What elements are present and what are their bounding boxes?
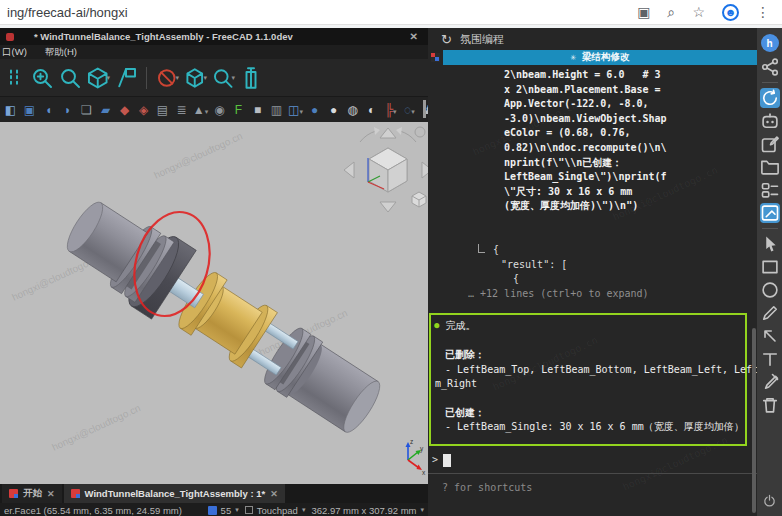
session-titlebar[interactable]: ✳ 梁结构修改 [428, 50, 757, 65]
part-fillet-icon[interactable]: ◖ [40, 104, 57, 116]
tool-code-block: 2\nbeam.Height = 6.0 # 3x 2\nbeam.Placem… [428, 68, 757, 214]
browser-profile-avatar[interactable]: ☻ [722, 4, 739, 21]
vibe-coding-icon[interactable] [760, 88, 780, 108]
freecad-logo-icon [71, 489, 80, 498]
measure-icon[interactable] [239, 66, 263, 90]
ellipse-tool-icon[interactable] [760, 280, 780, 300]
ai-assistant-icon[interactable] [760, 111, 780, 131]
part-extrude-icon[interactable]: ▲▾ [192, 104, 209, 116]
edit-note-icon[interactable] [760, 134, 780, 154]
part-export-icon[interactable]: F [230, 104, 247, 116]
clipping-off-icon[interactable]: ▾ [155, 66, 179, 90]
zoom-selection-icon[interactable] [58, 66, 82, 90]
toolbar-overflow-handle[interactable] [423, 100, 426, 118]
part-chamfer-icon[interactable]: ◗ [59, 104, 76, 116]
document-tabbar: 开始 ✕ WindTunnelBalance_TightAssembly : 1… [0, 484, 428, 503]
deleted-items: - LeftBeam_Top, LeftBeam_Bottom, LeftBea… [445, 363, 739, 378]
assembly-model: z y x [0, 122, 428, 484]
created-items: - LeftBeam_Single: 30 x 16 x 6 mm（宽度、厚度均… [445, 420, 739, 435]
navigation-cube [344, 127, 428, 212]
divider [428, 473, 757, 474]
part-box-selection-icon[interactable]: ▣ [21, 104, 38, 116]
color-picker-icon[interactable] [760, 372, 780, 392]
freecad-window: * WindTunnelBalance_TightAssembly - Free… [0, 28, 428, 516]
toolbar-grip[interactable] [2, 66, 26, 90]
menu-help[interactable]: 帮助(H) [45, 46, 77, 59]
close-tab-icon[interactable]: ✕ [47, 489, 55, 499]
close-tab-icon[interactable]: ✕ [270, 489, 278, 499]
navigation-style-selector[interactable]: Touchpad▾ [245, 505, 306, 516]
freecad-taskbar-icon [431, 53, 440, 62]
menu-window[interactable]: 口(W) [2, 46, 27, 59]
zoom-icon[interactable]: ⌕ [668, 5, 676, 19]
zoom-tools-icon[interactable]: ▾ [211, 66, 235, 90]
navstyle-icon [245, 506, 253, 514]
annotate-screen-icon[interactable] [760, 203, 780, 223]
part-revolve-icon[interactable]: ◉ [211, 104, 228, 116]
freecad-menubar: 口(W) 帮助(H) [0, 45, 428, 59]
decimals-selector[interactable]: 55▾ [208, 505, 239, 516]
tool-result-block: { "result": [ { … +12 lines (ctrl+o to e… [428, 243, 757, 301]
part-section-icon[interactable]: ▤ [154, 104, 171, 116]
freecad-titlebar[interactable]: * WindTunnelBalance_TightAssembly - Free… [0, 28, 428, 45]
axis-indicator: z y x [406, 438, 427, 476]
done-text: 完成。 [446, 319, 476, 334]
freecad-logo-icon [9, 489, 18, 498]
part-transform-icon[interactable]: ◫▾ [287, 104, 304, 116]
freecad-view-toolbar: ▾▾▾▾ [0, 59, 428, 97]
tab-start[interactable]: 开始 ✕ [2, 484, 62, 503]
isometric-view-icon[interactable]: ▾ [86, 66, 110, 90]
part-select-icon[interactable]: ◧ [2, 104, 19, 116]
panel-app-label: 氛围编程 [460, 32, 504, 47]
part-compound-icon[interactable]: ▥ [268, 104, 285, 116]
user-avatar[interactable]: h [761, 34, 779, 52]
part-box-icon[interactable]: ■ [249, 104, 266, 116]
freecad-app-icon [6, 33, 14, 41]
part-union-icon[interactable]: ◆ [116, 104, 133, 116]
pointer-tool-icon[interactable] [760, 234, 780, 254]
deleted-heading: 已删除： [445, 348, 739, 363]
view-dimensions[interactable]: 362.97 mm x 307.92 mm▾ [311, 505, 424, 516]
session-title: ✳ 梁结构修改 [443, 50, 757, 65]
part-tube-icon[interactable]: ╠▾ [382, 104, 399, 116]
expand-hint[interactable]: … +12 lines (ctrl+o to expand) [468, 287, 757, 302]
text-cursor [443, 454, 451, 467]
tab-document[interactable]: WindTunnelBalance_TightAssembly : 1* ✕ [64, 484, 285, 503]
part-sphere-icon[interactable]: ● [325, 104, 342, 116]
pen-tool-icon[interactable] [760, 303, 780, 323]
view-fit-icon[interactable] [30, 66, 54, 90]
part-cut-icon[interactable]: ◈ [135, 104, 152, 116]
share-icon[interactable] [760, 57, 780, 77]
text-tool-icon[interactable] [760, 349, 780, 369]
terminal-prompt[interactable]: > [432, 453, 757, 468]
svg-text:x: x [422, 469, 426, 476]
clip-plane-icon[interactable] [114, 66, 138, 90]
arrow-tool-icon[interactable] [760, 326, 780, 346]
save-page-icon[interactable]: ▣ [637, 5, 650, 19]
task-list-icon[interactable] [760, 180, 780, 200]
part-torus-icon[interactable]: ◍ [344, 104, 361, 116]
shortcuts-hint: ? for shortcuts [442, 481, 757, 496]
bookmark-star-icon[interactable]: ☆ [692, 5, 705, 19]
terminal-scrollbar[interactable] [752, 328, 756, 513]
part-ruled-surface-icon[interactable]: ▰ [97, 104, 114, 116]
3d-viewport[interactable]: hongxi@cloudtogo.cn hongxi@cloudtogo.cn … [0, 122, 428, 484]
view-cube-icon[interactable]: ▾ [183, 66, 207, 90]
annotation-toolstrip: h [757, 28, 782, 516]
part-cross-sections-icon[interactable]: ≣ [173, 104, 190, 116]
remote-desktop: * WindTunnelBalance_TightAssembly - Free… [0, 25, 782, 516]
part-joint-icon[interactable]: ◌▾ [401, 104, 418, 116]
browser-tab-title: ing/freecad-ai/hongxi [0, 5, 637, 20]
part-cylinder-icon[interactable]: ● [306, 104, 323, 116]
clear-annotations-icon[interactable] [760, 395, 780, 415]
part-ellipsoid-icon[interactable]: ◐ [363, 104, 380, 116]
created-heading: 已创建： [445, 406, 739, 421]
close-window-icon[interactable]: ✕ [410, 31, 422, 42]
rectangle-tool-icon[interactable] [760, 257, 780, 277]
menu-kebab-icon[interactable]: ⋮ [756, 5, 770, 19]
statusbar: er.Face1 (65.54 mm, 6.35 mm, 24.59 mm) 5… [0, 503, 428, 516]
power-icon[interactable] [760, 490, 780, 510]
svg-text:y: y [420, 445, 424, 453]
files-icon[interactable] [760, 157, 780, 177]
part-mirror-icon[interactable]: ❏ [78, 104, 95, 116]
